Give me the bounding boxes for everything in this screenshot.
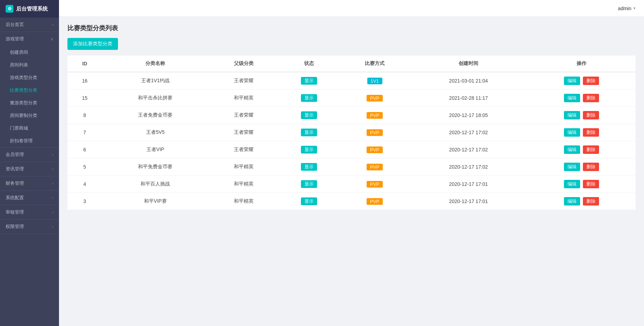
mode-badge: 1V1 — [367, 78, 382, 84]
edit-button[interactable]: 编辑 — [564, 111, 580, 119]
cell-name: 王者免费金币赛 — [102, 107, 209, 124]
edit-button[interactable]: 编辑 — [564, 128, 580, 137]
sidebar-home-chevron: › — [52, 22, 53, 27]
status-badge: 显示 — [301, 180, 317, 188]
sidebar-item-permission[interactable]: 权限管理 › — [0, 220, 59, 234]
sidebar-home-label: 后台首页 — [6, 21, 24, 28]
sidebar-sub-room-list[interactable]: 房间列表 — [0, 59, 59, 71]
sidebar-item-member[interactable]: 会员管理 › — [0, 148, 59, 162]
sidebar-game-label: 游戏管理 — [6, 36, 24, 42]
cell-parent: 和平精英 — [209, 193, 278, 210]
sidebar-sysconfig-chevron: › — [52, 196, 53, 200]
table-row: 7 王者5V5 王者荣耀 显示 PVP 2020-12-17 17:02 编辑 … — [67, 124, 636, 141]
cell-id: 7 — [67, 124, 102, 141]
cell-id: 16 — [67, 72, 102, 90]
mode-badge: PVP — [367, 198, 383, 205]
sidebar-item-news[interactable]: 资讯管理 › — [0, 162, 59, 176]
delete-button[interactable]: 删除 — [583, 94, 599, 102]
table-row: 4 和平百人挑战 和平精英 显示 PVP 2020-12-17 17:01 编辑… — [67, 176, 636, 193]
cell-status: 显示 — [278, 90, 340, 107]
cell-parent: 王者荣耀 — [209, 124, 278, 141]
sidebar-finance-label: 财务管理 — [6, 180, 24, 187]
sidebar-sub-match-type[interactable]: 比赛类型分类 — [0, 84, 59, 97]
sidebar-sub-create-room[interactable]: 创建房间 — [0, 46, 59, 59]
sidebar-sub-room-rule[interactable]: 房间赛制分类 — [0, 109, 59, 122]
edit-button[interactable]: 编辑 — [564, 180, 580, 188]
cell-parent: 和平精英 — [209, 176, 278, 193]
header-user-chevron: ▾ — [633, 6, 636, 11]
cell-actions: 编辑 删除 — [527, 141, 636, 158]
sidebar-item-audit[interactable]: 审核管理 › — [0, 205, 59, 219]
cell-name: 和平免费金币赛 — [102, 158, 209, 176]
sidebar-sub-game-type[interactable]: 游戏类型分类 — [0, 71, 59, 84]
mode-badge: PVP — [367, 146, 383, 153]
cell-mode: PVP — [340, 176, 410, 193]
edit-button[interactable]: 编辑 — [564, 145, 580, 154]
sidebar-sub-ticket-shop[interactable]: 门票商城 — [0, 122, 59, 135]
cell-id: 15 — [67, 90, 102, 107]
header-username: admin — [618, 6, 631, 11]
status-badge: 显示 — [301, 197, 317, 205]
sidebar-item-home[interactable]: 后台首页 › — [0, 18, 59, 32]
cell-parent: 和平精英 — [209, 90, 278, 107]
cell-name: 和平VIP赛 — [102, 193, 209, 210]
sidebar-permission-label: 权限管理 — [6, 223, 24, 230]
delete-button[interactable]: 删除 — [583, 163, 599, 171]
add-match-type-button[interactable]: 添加比赛类型分类 — [67, 38, 118, 50]
cell-actions: 编辑 删除 — [527, 90, 636, 107]
edit-button[interactable]: 编辑 — [564, 94, 580, 102]
cell-name: 王者1V1约战 — [102, 72, 209, 90]
sidebar-permission-chevron: › — [52, 224, 53, 229]
delete-button[interactable]: 删除 — [583, 77, 599, 85]
edit-button[interactable]: 编辑 — [564, 197, 580, 206]
mode-badge: PVP — [367, 129, 383, 136]
logo-icon: ⚙ — [6, 5, 13, 13]
toolbar: 添加比赛类型分类 — [67, 38, 636, 50]
cell-created: 2020-12-17 17:02 — [410, 124, 527, 141]
cell-mode: PVP — [340, 193, 410, 210]
cell-actions: 编辑 删除 — [527, 176, 636, 193]
sidebar-sysconfig-label: 系统配置 — [6, 195, 24, 201]
col-action: 操作 — [527, 56, 636, 72]
cell-status: 显示 — [278, 176, 340, 193]
col-created: 创建时间 — [410, 56, 527, 72]
cell-name: 王者5V5 — [102, 124, 209, 141]
col-status: 状态 — [278, 56, 340, 72]
edit-button[interactable]: 编辑 — [564, 77, 580, 85]
cell-created: 2021-02-28 11:17 — [410, 90, 527, 107]
delete-button[interactable]: 删除 — [583, 111, 599, 119]
edit-button[interactable]: 编辑 — [564, 163, 580, 171]
cell-actions: 编辑 删除 — [527, 107, 636, 124]
sidebar-item-game-management[interactable]: 游戏管理 ∨ — [0, 32, 59, 46]
sidebar-game-chevron: ∨ — [51, 37, 53, 41]
sidebar-finance-chevron: › — [52, 181, 53, 185]
delete-button[interactable]: 删除 — [583, 197, 599, 206]
cell-name: 和平击杀比拼赛 — [102, 90, 209, 107]
cell-status: 显示 — [278, 141, 340, 158]
cell-name: 和平百人挑战 — [102, 176, 209, 193]
mode-badge: PVP — [367, 95, 383, 102]
table-row: 8 王者免费金币赛 王者荣耀 显示 PVP 2020-12-17 18:05 编… — [67, 107, 636, 124]
header: admin ▾ — [59, 0, 644, 17]
delete-button[interactable]: 删除 — [583, 145, 599, 154]
mode-badge: PVP — [367, 164, 383, 170]
table-wrapper: ID 分类名称 父级分类 状态 比赛方式 创建时间 操作 16 王者1V1约战 … — [67, 56, 636, 210]
sidebar-sub-coupon[interactable]: 折扣卷管理 — [0, 135, 59, 147]
header-user[interactable]: admin ▾ — [618, 6, 636, 11]
status-badge: 显示 — [301, 77, 317, 85]
delete-button[interactable]: 删除 — [583, 128, 599, 137]
sidebar-item-sysconfig[interactable]: 系统配置 › — [0, 191, 59, 205]
col-name: 分类名称 — [102, 56, 209, 72]
cell-status: 显示 — [278, 124, 340, 141]
cell-actions: 编辑 删除 — [527, 72, 636, 90]
sidebar-item-finance[interactable]: 财务管理 › — [0, 176, 59, 190]
sidebar-sub-bonfire-type[interactable]: 篝游类型分类 — [0, 97, 59, 109]
delete-button[interactable]: 删除 — [583, 180, 599, 188]
cell-parent: 王者荣耀 — [209, 141, 278, 158]
status-badge: 显示 — [301, 163, 317, 171]
sidebar-news-chevron: › — [52, 167, 53, 171]
match-type-table: ID 分类名称 父级分类 状态 比赛方式 创建时间 操作 16 王者1V1约战 … — [67, 56, 636, 210]
sidebar-audit-label: 审核管理 — [6, 209, 24, 215]
table-row: 5 和平免费金币赛 和平精英 显示 PVP 2020-12-17 17:02 编… — [67, 158, 636, 176]
cell-actions: 编辑 删除 — [527, 158, 636, 176]
